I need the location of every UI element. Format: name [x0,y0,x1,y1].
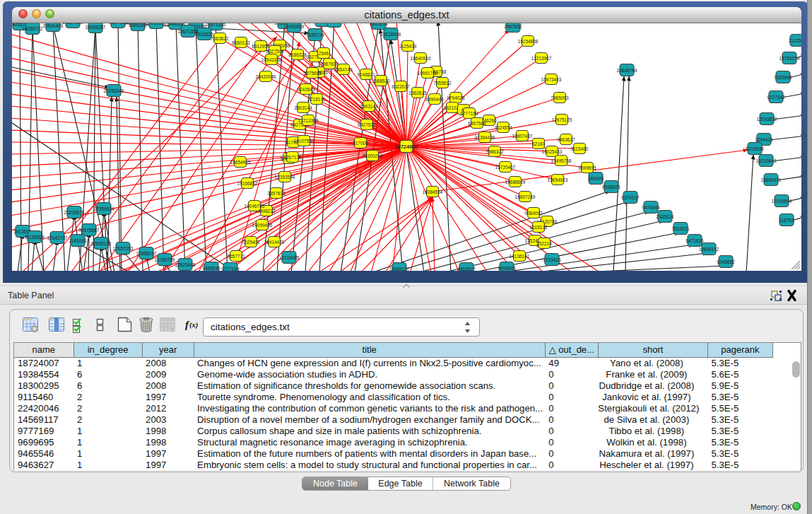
svg-text:10807487: 10807487 [512,134,533,139]
svg-text:20691406: 20691406 [43,23,64,28]
svg-text:(x): (x) [189,321,198,329]
svg-text:14569117: 14569117 [389,267,410,271]
svg-text:7835724: 7835724 [306,33,324,37]
svg-text:8471626: 8471626 [686,238,704,243]
svg-text:10025433: 10025433 [542,149,563,154]
svg-text:2803144: 2803144 [360,104,378,109]
svg-text:12213967: 12213967 [531,56,552,61]
svg-text:7986322: 7986322 [486,149,504,154]
svg-text:7485063: 7485063 [551,95,569,100]
svg-text:9115460: 9115460 [571,146,589,151]
svg-text:1615132: 1615132 [529,225,548,230]
svg-text:16648784: 16648784 [617,68,637,73]
svg-text:19384554: 19384554 [423,189,443,194]
svg-text:9329966: 9329966 [774,75,792,80]
svg-text:9146821: 9146821 [357,72,375,77]
svg-text:10653287: 10653287 [86,25,106,30]
svg-text:6322037: 6322037 [392,84,410,89]
svg-text:9699695: 9699695 [498,266,516,271]
svg-text:2803144: 2803144 [294,105,312,110]
svg-text:2546: 2546 [319,51,329,56]
svg-text:10671355: 10671355 [178,29,199,34]
svg-text:252214: 252214 [536,241,552,246]
svg-text:10046705: 10046705 [245,204,265,209]
svg-text:10107553: 10107553 [294,139,314,144]
svg-text:19654923: 19654923 [548,177,568,182]
svg-text:1733426: 1733426 [543,257,561,262]
svg-text:8267130: 8267130 [283,155,302,160]
svg-text:10782759: 10782759 [155,257,175,262]
svg-text:7663822: 7663822 [211,36,229,41]
svg-text:7625402: 7625402 [242,240,260,245]
svg-text:10991768: 10991768 [418,71,438,76]
svg-text:20053346: 20053346 [104,88,124,93]
svg-text:14055712: 14055712 [23,26,43,31]
svg-text:1112501: 1112501 [789,38,801,43]
svg-text:15720407: 15720407 [495,165,516,170]
svg-text:10719155: 10719155 [146,23,167,25]
svg-text:14136141: 14136141 [510,254,530,259]
svg-text:10973493: 10973493 [541,77,562,82]
svg-text:13716485: 13716485 [279,255,300,260]
svg-text:6379197: 6379197 [621,195,640,200]
svg-text:9245652: 9245652 [717,259,735,264]
svg-text:9474444: 9474444 [642,205,660,210]
svg-text:9242845: 9242845 [297,87,315,92]
svg-text:5875685: 5875685 [303,71,322,76]
svg-text:17957253: 17957253 [113,246,134,251]
svg-text:8813054: 8813054 [370,23,388,26]
svg-text:10671355: 10671355 [206,23,226,27]
svg-text:8912954: 8912954 [252,44,270,49]
svg-text:12823448: 12823448 [175,262,196,267]
svg-text:20697381: 20697381 [63,23,83,25]
svg-text:6497568: 6497568 [468,121,486,126]
svg-text:12093832: 12093832 [757,117,777,122]
svg-text:22420046: 22420046 [256,74,276,79]
svg-text:8938925: 8938925 [602,185,620,189]
svg-text:14099485: 14099485 [252,223,273,228]
svg-text:164095: 164095 [588,176,604,181]
svg-text:9327509: 9327509 [266,49,284,54]
svg-text:1145193: 1145193 [69,238,87,243]
svg-text:90975887: 90975887 [79,228,100,233]
svg-text:8660123: 8660123 [232,40,250,45]
svg-text:9657771: 9657771 [227,254,245,259]
svg-text:8215938: 8215938 [746,146,764,151]
svg-text:7955812: 7955812 [433,81,452,86]
svg-text:9777169: 9777169 [221,267,240,271]
svg-text:10543362: 10543362 [261,57,282,62]
svg-text:15692971: 15692971 [761,177,782,182]
svg-text:16640910: 16640910 [411,56,431,61]
svg-text:9463627: 9463627 [457,267,476,271]
svg-text:10958107: 10958107 [136,251,157,256]
svg-text:15751074: 15751074 [779,56,800,61]
svg-text:1244415: 1244415 [755,137,773,142]
svg-text:1125419: 1125419 [399,44,417,49]
svg-text:2987652: 2987652 [504,24,522,29]
svg-text:20206578: 20206578 [64,210,85,215]
svg-text:8454749: 8454749 [334,67,353,72]
svg-text:16654905: 16654905 [230,160,251,165]
svg-text:9794028: 9794028 [447,95,465,100]
svg-text:8186328: 8186328 [288,52,307,57]
svg-text:17016504: 17016504 [772,199,792,204]
svg-text:9084067: 9084067 [524,211,543,216]
svg-text:18807249: 18807249 [515,194,536,199]
svg-text:2935114: 2935114 [657,214,674,219]
svg-text:16914479: 16914479 [264,240,285,245]
svg-text:3857832: 3857832 [267,191,286,196]
svg-text:9699695: 9699695 [578,165,596,170]
svg-text:13495758: 13495758 [551,158,572,163]
svg-text:817006: 817006 [353,141,368,146]
svg-text:10688609: 10688609 [505,180,526,185]
svg-text:1562615: 1562615 [408,90,427,95]
svg-text:1588520: 1588520 [372,78,390,83]
svg-text:9227342: 9227342 [767,95,785,100]
svg-text:23300203: 23300203 [363,153,383,158]
svg-text:16053809: 16053809 [284,24,305,29]
svg-text:2967608: 2967608 [320,62,339,66]
svg-text:9465546: 9465546 [202,266,220,271]
svg-text:17359924: 17359924 [94,206,114,211]
svg-text:19166852: 19166852 [237,181,258,186]
svg-text:21364436: 21364436 [475,135,495,140]
